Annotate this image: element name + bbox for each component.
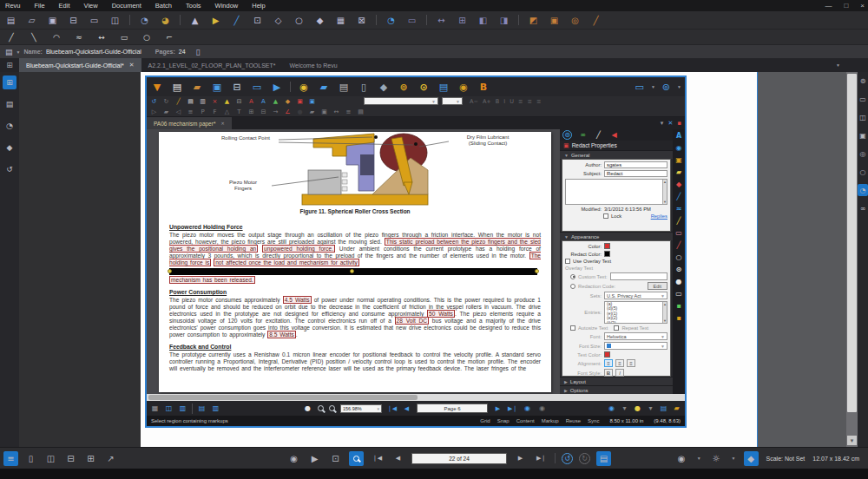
fit-page-icon[interactable]: ⊞ xyxy=(456,14,469,27)
scrollbar-thumb[interactable] xyxy=(847,74,857,412)
tab-welcome[interactable]: Welcome to Revu xyxy=(283,58,345,72)
arc-tool-icon[interactable]: ◠ xyxy=(50,31,62,43)
presentation-icon[interactable]: ▭ xyxy=(405,14,418,27)
compare-documents-button[interactable]: ▤ xyxy=(596,451,611,466)
flag-icon[interactable]: ▶ xyxy=(209,14,222,27)
embedded-screenshot-image[interactable]: ▼▤▰▣⊟▭▶◉▰▤▯◆⊚⊙▤◉B ▭▼ ⊚▼ ↺↻╱▤▥×▲⊟AA▲◆▣▣ ▼… xyxy=(145,75,687,428)
dimension-tool-icon[interactable]: ↔ xyxy=(95,31,108,43)
vertical-scrollbar[interactable]: ▼ xyxy=(846,72,858,447)
last-page-button[interactable]: ▶❘ xyxy=(534,451,549,466)
close-button[interactable]: × xyxy=(860,2,865,10)
tab-document-2[interactable]: A2.2.1_LEVEL_02_FLOOR_PLAN_TOOLSET* xyxy=(141,58,283,72)
previous-view-button[interactable]: ↺ xyxy=(562,453,573,464)
file-access-panel-icon[interactable]: ◔ xyxy=(3,119,16,133)
split-view-icon[interactable]: ⊟ xyxy=(63,451,78,466)
brightness-button[interactable]: ☼ xyxy=(709,451,724,466)
search-panel-icon[interactable]: ○ xyxy=(858,166,868,178)
document-icon[interactable]: ▤ xyxy=(5,48,13,56)
redaction-markup[interactable]: 50 Watts xyxy=(427,310,455,318)
pen-icon[interactable]: ╱ xyxy=(230,14,243,27)
chevron-down-icon[interactable]: ▼ xyxy=(16,49,21,55)
zoom-button[interactable] xyxy=(349,451,364,466)
links-panel-icon[interactable]: ∞ xyxy=(858,202,868,214)
rectangle-tool-icon[interactable]: ▭ xyxy=(118,31,130,43)
page-setup-icon[interactable]: ▯ xyxy=(196,48,201,56)
properties-panel-icon[interactable]: ▭ xyxy=(858,93,868,105)
polyline-tool-icon[interactable]: ≈ xyxy=(73,31,85,43)
email-icon[interactable]: ▭ xyxy=(88,14,101,27)
bookmarks-panel-icon[interactable]: ▤ xyxy=(3,97,16,111)
pan-button[interactable]: ◉ xyxy=(286,451,301,466)
scrollbar-down-icon[interactable]: ▼ xyxy=(847,436,857,445)
next-page-button[interactable]: ▶ xyxy=(513,451,528,466)
single-page-icon[interactable]: ▯ xyxy=(23,451,38,466)
chevron-down-icon[interactable]: ▼ xyxy=(732,456,736,461)
menu-item[interactable]: File xyxy=(35,2,45,10)
redaction-markup[interactable]: 28 Volt DC xyxy=(395,317,429,325)
menu-item[interactable]: Help xyxy=(252,2,265,10)
history-icon[interactable]: ◔ xyxy=(385,14,398,27)
ellipse-tool-icon[interactable]: ○ xyxy=(141,31,153,43)
stamp-icon[interactable]: ◆ xyxy=(313,14,326,27)
select-button[interactable]: ▶ xyxy=(307,451,322,466)
redaction-markup[interactable]: 4.5 Watts xyxy=(283,296,312,304)
overlay-icon[interactable]: ▣ xyxy=(548,14,561,27)
first-page-button[interactable]: ❘◀ xyxy=(370,451,385,466)
page-indicator[interactable]: 22 of 24 xyxy=(411,453,507,464)
lasso-icon[interactable]: ○ xyxy=(293,14,306,27)
pages-panel-icon[interactable]: ◫ xyxy=(858,111,868,123)
menu-item[interactable]: Batch xyxy=(155,2,172,10)
diamond-tool-icon[interactable]: ◇ xyxy=(272,14,285,27)
statusbar-menu-icon[interactable]: ≡ xyxy=(3,451,18,466)
spaces-panel-icon[interactable]: ◎ xyxy=(858,148,868,160)
tab-document-1[interactable]: Bluebeam-Quickstart-Guide-Official* ✕ xyxy=(19,58,141,72)
recents-panel-icon[interactable]: ↺ xyxy=(3,162,16,176)
signature-icon[interactable]: ╱ xyxy=(589,14,602,27)
applied-redaction-bar[interactable] xyxy=(169,268,537,275)
redaction-markup[interactable]: unpowered holding force. xyxy=(262,245,335,253)
tab-overflow-icon[interactable]: ▼ xyxy=(836,62,840,68)
redaction-markup[interactable]: not affected once the load and mechanism… xyxy=(214,259,359,266)
recover-icon[interactable]: ▲ xyxy=(188,14,201,27)
stamp-seal-icon[interactable]: ◎ xyxy=(569,14,582,27)
menu-item[interactable]: Revu xyxy=(5,2,21,10)
pen-tool-icon[interactable]: ╲ xyxy=(28,31,40,43)
thumbnails-panel-icon[interactable]: ⊞ xyxy=(3,75,16,89)
line-tool-icon[interactable]: ╱ xyxy=(5,31,17,43)
scale-status[interactable]: Scale: Not Set xyxy=(766,456,806,462)
crop-icon[interactable]: ⊠ xyxy=(355,14,368,27)
redaction-markup[interactable]: 8.5 Watts xyxy=(267,331,296,338)
minimize-button[interactable]: — xyxy=(825,2,832,10)
previous-page-button[interactable]: ◀ xyxy=(391,451,405,466)
skew-left-icon[interactable]: ◧ xyxy=(477,14,490,27)
menu-item[interactable]: Document xyxy=(112,2,141,10)
polygon-tool-icon[interactable]: ⌐ xyxy=(163,31,175,43)
open-icon[interactable]: ▱ xyxy=(25,14,38,27)
layers-panel-icon[interactable]: ▣ xyxy=(858,129,868,141)
chevron-down-icon[interactable]: ▼ xyxy=(697,456,701,461)
tab-grid-icon[interactable]: ⊞ xyxy=(0,58,19,72)
next-view-button[interactable]: ↻ xyxy=(579,453,590,464)
snapshot-button[interactable]: ⊡ xyxy=(328,451,343,466)
save-icon[interactable]: ▣ xyxy=(46,14,59,27)
menu-item[interactable]: Window xyxy=(215,2,239,10)
tab-close-icon[interactable]: ✕ xyxy=(129,62,135,69)
export-icon[interactable]: ◕ xyxy=(159,14,172,27)
menu-item[interactable]: Tools xyxy=(186,2,201,10)
settings-gear-icon[interactable]: ⊚ xyxy=(858,75,868,87)
skew-right-icon[interactable]: ◨ xyxy=(497,14,510,27)
fullscreen-icon[interactable]: ↗ xyxy=(103,451,118,466)
restore-button[interactable]: □ xyxy=(844,2,848,10)
snapshot-icon[interactable]: ⊡ xyxy=(251,14,264,27)
import-icon[interactable]: ◔ xyxy=(138,14,151,27)
measurements-panel-icon[interactable]: ◔ xyxy=(858,184,868,196)
compare-icon[interactable]: ◩ xyxy=(527,14,540,27)
pdf-page[interactable]: ▼▤▰▣⊟▭▶◉▰▤▯◆⊚⊙▤◉B ▭▼ ⊚▼ ↺↻╱▤▥×▲⊟AA▲◆▣▣ ▼… xyxy=(141,72,757,447)
tool-chest-panel-icon[interactable]: ◆ xyxy=(3,141,16,154)
panels-icon[interactable]: ◫ xyxy=(108,14,122,27)
snap-button[interactable]: ◆ xyxy=(744,451,759,466)
sync-views-icon[interactable]: ⊞ xyxy=(83,451,98,466)
profile-button[interactable]: ◉ xyxy=(674,451,689,466)
menu-item[interactable]: Edit xyxy=(59,2,70,10)
new-document-icon[interactable]: ▤ xyxy=(4,14,17,27)
